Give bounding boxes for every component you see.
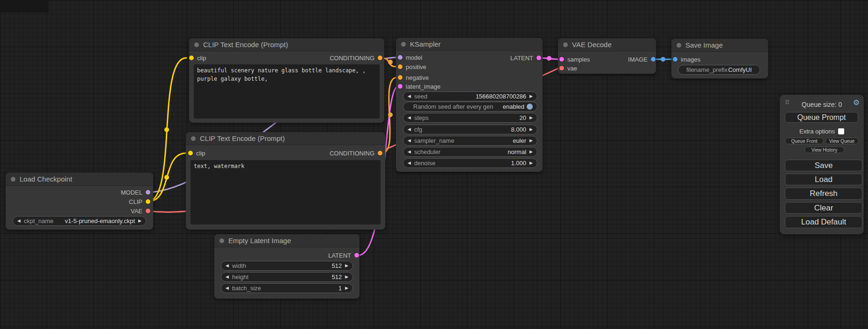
collapse-dot-icon[interactable] [219, 238, 224, 243]
negative-input-port[interactable]: negative [398, 73, 429, 82]
width-number-widget[interactable]: ◀ width 512 ▶ [221, 261, 353, 271]
widget-increment-icon[interactable]: ▶ [529, 127, 533, 132]
widget-decrement-icon[interactable]: ◀ [17, 219, 21, 223]
collapse-dot-icon[interactable] [401, 42, 406, 47]
widget-increment-icon[interactable]: ▶ [529, 150, 533, 154]
vae-output-port[interactable]: VAE [131, 206, 150, 216]
widget-increment-icon[interactable]: ▶ [345, 275, 348, 279]
scheduler-combo-widget[interactable]: ◀ scheduler normal ▶ [403, 147, 537, 157]
node-title-bar[interactable]: Save Image [671, 39, 768, 52]
view-history-button[interactable]: View History [804, 147, 844, 153]
latent-image-input-port[interactable]: latent_image [398, 82, 440, 91]
clip-port-dot-icon[interactable] [188, 151, 193, 155]
positive-input-port[interactable]: positive [398, 62, 426, 71]
model-output-port[interactable]: MODEL [121, 188, 150, 197]
node-clip-text-encode-negative[interactable]: CLIP Text Encode (Prompt) clip CONDITION… [186, 132, 385, 230]
node-title-bar[interactable]: KSampler [396, 38, 543, 51]
collapse-dot-icon[interactable] [191, 136, 196, 141]
model-input-port[interactable]: model [398, 53, 422, 62]
filename-prefix-text-widget[interactable]: filename_prefix ComfyUI [678, 65, 760, 75]
clip-input-port[interactable]: clip [189, 53, 206, 63]
sampler-name-combo-widget[interactable]: ◀ sampler_name euler ▶ [403, 136, 537, 146]
node-title-bar[interactable]: VAE Decode [558, 38, 656, 51]
latent-port-dot-icon[interactable] [398, 84, 402, 89]
node-clip-text-encode-positive[interactable]: CLIP Text Encode (Prompt) clip CONDITION… [189, 38, 384, 123]
node-save-image[interactable]: Save Image images filename_prefix ComfyU… [671, 39, 768, 78]
widget-decrement-icon[interactable]: ◀ [226, 286, 229, 290]
widget-decrement-icon[interactable]: ◀ [226, 275, 229, 279]
image-port-dot-icon[interactable] [673, 57, 677, 62]
latent-output-port[interactable]: LATENT [328, 251, 359, 260]
positive-prompt-textarea[interactable]: beautiful scenery nature glass bottle la… [194, 64, 380, 119]
clip-port-dot-icon[interactable] [146, 199, 150, 204]
latent-port-dot-icon[interactable] [354, 253, 359, 258]
latent-output-port[interactable]: LATENT [510, 53, 541, 63]
conditioning-port-dot-icon[interactable] [378, 56, 382, 60]
node-title-bar[interactable]: Empty Latent Image [214, 234, 360, 247]
queue-front-button[interactable]: Queue Front [785, 138, 824, 144]
widget-increment-icon[interactable]: ▶ [345, 264, 348, 268]
clip-input-port[interactable]: clip [188, 148, 205, 158]
clip-port-dot-icon[interactable] [189, 56, 194, 60]
toggle-dot-icon[interactable] [527, 104, 533, 110]
widget-increment-icon[interactable]: ▶ [529, 94, 533, 98]
settings-gear-icon[interactable]: ⚙ [853, 99, 860, 106]
negative-prompt-textarea[interactable]: text, watermark [191, 160, 381, 224]
load-button[interactable]: Load [785, 174, 862, 185]
widget-decrement-icon[interactable]: ◀ [226, 264, 229, 268]
widget-decrement-icon[interactable]: ◀ [408, 116, 411, 120]
view-queue-button[interactable]: View Queue [825, 138, 859, 144]
widget-decrement-icon[interactable]: ◀ [408, 161, 411, 165]
widget-increment-icon[interactable]: ▶ [529, 139, 533, 143]
load-default-button[interactable]: Load Default [785, 216, 862, 228]
queue-prompt-button[interactable]: Queue Prompt [785, 112, 858, 123]
vae-port-dot-icon[interactable] [559, 66, 564, 70]
conditioning-output-port[interactable]: CONDITIONING [330, 148, 382, 158]
clip-output-port[interactable]: CLIP [129, 197, 150, 206]
height-number-widget[interactable]: ◀ height 512 ▶ [221, 272, 353, 282]
collapse-dot-icon[interactable] [677, 43, 681, 48]
node-title-bar[interactable]: Load Checkpoint [6, 173, 153, 186]
image-port-dot-icon[interactable] [651, 57, 656, 62]
batch-size-number-widget[interactable]: ◀ batch_size 1 ▶ [221, 283, 353, 293]
seed-number-widget[interactable]: ◀ seed 156680208700286 ▶ [403, 91, 537, 101]
widget-increment-icon[interactable]: ▶ [529, 116, 533, 120]
node-vae-decode[interactable]: VAE Decode samples vae IMAGE [558, 38, 656, 74]
model-port-dot-icon[interactable] [146, 190, 150, 195]
denoise-number-widget[interactable]: ◀ denoise 1.000 ▶ [403, 158, 537, 168]
node-ksampler[interactable]: KSampler model positive negative latent_… [396, 38, 543, 172]
clear-button[interactable]: Clear [785, 202, 862, 214]
latent-port-dot-icon[interactable] [559, 57, 564, 62]
steps-number-widget[interactable]: ◀ steps 20 ▶ [403, 113, 537, 123]
conditioning-port-dot-icon[interactable] [398, 75, 402, 80]
widget-increment-icon[interactable]: ▶ [529, 161, 533, 165]
extra-options-checkbox[interactable] [838, 128, 844, 134]
node-title-bar[interactable]: CLIP Text Encode (Prompt) [186, 132, 385, 145]
latent-port-dot-icon[interactable] [536, 56, 541, 60]
collapse-dot-icon[interactable] [11, 177, 15, 182]
vae-port-dot-icon[interactable] [146, 209, 150, 213]
node-empty-latent-image[interactable]: Empty Latent Image LATENT ◀ width 512 ▶ … [214, 234, 360, 299]
widget-decrement-icon[interactable]: ◀ [408, 94, 411, 98]
refresh-button[interactable]: Refresh [785, 188, 862, 200]
conditioning-output-port[interactable]: CONDITIONING [330, 53, 382, 63]
collapse-dot-icon[interactable] [194, 42, 199, 47]
ckpt-name-combo-widget[interactable]: ◀ ckpt_name v1-5-pruned-emaonly.ckpt ▶ [13, 216, 146, 226]
samples-input-port[interactable]: samples [559, 55, 590, 64]
cfg-number-widget[interactable]: ◀ cfg 8.000 ▶ [403, 125, 537, 134]
node-load-checkpoint[interactable]: Load Checkpoint MODEL CLIP VAE ◀ ckpt_na… [6, 173, 153, 230]
widget-increment-icon[interactable]: ▶ [138, 219, 141, 223]
model-port-dot-icon[interactable] [398, 55, 402, 60]
conditioning-port-dot-icon[interactable] [398, 64, 402, 69]
widget-decrement-icon[interactable]: ◀ [408, 139, 411, 143]
widget-decrement-icon[interactable]: ◀ [408, 127, 411, 132]
conditioning-port-dot-icon[interactable] [378, 151, 382, 155]
node-title-bar[interactable]: CLIP Text Encode (Prompt) [189, 38, 384, 51]
vae-input-port[interactable]: vae [559, 63, 577, 73]
node-graph-canvas[interactable]: Load Checkpoint MODEL CLIP VAE ◀ ckpt_na… [0, 0, 868, 329]
random-seed-toggle-widget[interactable]: Random seed after every gen enabled [403, 102, 537, 112]
widget-increment-icon[interactable]: ▶ [345, 286, 348, 290]
widget-decrement-icon[interactable]: ◀ [408, 150, 411, 154]
collapse-dot-icon[interactable] [563, 42, 568, 47]
image-output-port[interactable]: IMAGE [628, 55, 656, 64]
